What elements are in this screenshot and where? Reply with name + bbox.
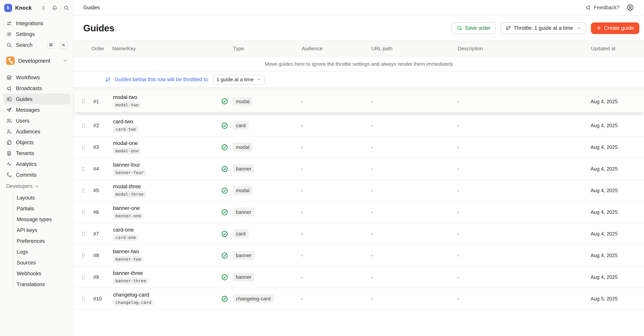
breadcrumb: Guides xyxy=(83,5,100,10)
row-order: #2 xyxy=(91,123,112,128)
table-row[interactable]: #2card-twocard-twocard---Aug 4, 2025 xyxy=(74,115,644,137)
table-row[interactable]: #9banner-threebanner-threebanner---Aug 4… xyxy=(74,266,644,288)
drag-handle-icon[interactable] xyxy=(80,252,86,258)
table-row[interactable]: #4banner-fourbanner-fourbanner---Aug 4, … xyxy=(74,158,644,180)
settings-icon xyxy=(6,31,12,37)
sidebar-item-broadcasts[interactable]: Broadcasts xyxy=(3,83,70,94)
row-order: #6 xyxy=(91,209,112,215)
save-order-button[interactable]: Save order xyxy=(451,22,496,34)
table-row[interactable]: #7card-onecard-onecard---Aug 4, 2025 xyxy=(74,223,644,245)
row-name-key: banner-threebanner-three xyxy=(112,270,216,284)
objects-icon xyxy=(6,139,12,145)
sort-descending-icon xyxy=(105,76,111,83)
drag-handle-icon[interactable] xyxy=(80,274,86,280)
guide-name: banner-three xyxy=(113,270,143,276)
sidebar-item-api-keys[interactable]: API keys xyxy=(14,225,74,235)
row-order: #3 xyxy=(91,144,112,150)
sidebar-item-users[interactable]: Users xyxy=(3,115,70,126)
table-row[interactable]: #6banner-onebanner-onebanner---Aug 4, 20… xyxy=(74,201,644,223)
notifications-bell-icon[interactable] xyxy=(52,5,58,11)
sidebar-item-analytics[interactable]: Analytics xyxy=(3,159,70,169)
sidebar-item-settings[interactable]: Settings xyxy=(3,29,70,39)
sidebar-item-workflows[interactable]: Workflows xyxy=(3,72,70,83)
row-name-key: modal-threemodal-three xyxy=(112,183,216,197)
type-chip: modal xyxy=(233,186,253,195)
sidebar-item-objects[interactable]: Objects xyxy=(3,137,70,148)
row-order: #9 xyxy=(91,274,112,280)
throttle-button-label: Throttle: 1 guide at a time xyxy=(514,25,573,31)
audience-value: - xyxy=(301,231,371,237)
table-row[interactable]: #1modal-twomodal-twomodal---Aug 4, 2025 xyxy=(74,90,644,112)
type-chip: changelog-card xyxy=(233,294,274,303)
guide-name: banner-one xyxy=(113,205,140,211)
sidebar-item-audiences[interactable]: Audiences xyxy=(3,126,70,137)
drag-handle-icon[interactable] xyxy=(80,166,86,172)
sidebar-item-partials[interactable]: Partials xyxy=(14,203,74,214)
url-path-value: - xyxy=(371,187,457,193)
users-icon xyxy=(6,118,12,124)
drag-handle-icon[interactable] xyxy=(80,98,86,104)
commits-icon xyxy=(6,172,12,178)
sidebar-item-search[interactable]: Search⌘K xyxy=(3,39,70,50)
guide-key-chip: banner-one xyxy=(113,212,143,219)
table-row[interactable]: #10changelog-cardchangelog-cardchangelog… xyxy=(74,288,644,310)
sidebar-item-tenants[interactable]: Tenants xyxy=(3,148,70,159)
drag-handle-icon[interactable] xyxy=(80,209,86,215)
sidebar-item-translations[interactable]: Translations xyxy=(14,279,74,290)
sidebar-item-guides[interactable]: Guides xyxy=(3,94,70,104)
drag-handle-icon[interactable] xyxy=(80,296,86,302)
throttle-divider-row: Guides below this row will be throttled … xyxy=(74,72,644,88)
drag-handle-icon[interactable] xyxy=(80,231,86,237)
sidebar-item-logs[interactable]: Logs xyxy=(14,246,74,257)
create-guide-button[interactable]: Create guide xyxy=(591,22,639,34)
url-path-value: - xyxy=(371,296,457,302)
user-avatar[interactable] xyxy=(626,4,634,11)
table-row[interactable]: #3modal-onemodal-onemodal---Aug 4, 2025 xyxy=(74,137,644,158)
row-order: #4 xyxy=(91,166,112,172)
guides-icon xyxy=(6,96,12,102)
description-value: - xyxy=(457,252,590,258)
drag-handle-icon[interactable] xyxy=(80,144,86,150)
guide-name: changelog-card xyxy=(113,292,149,298)
sidebar-item-messages[interactable]: Messages xyxy=(3,104,70,115)
workflows-icon xyxy=(6,74,12,80)
url-path-value: - xyxy=(371,209,457,215)
type-chip: card xyxy=(233,121,249,130)
sidebar-item-preferences[interactable]: Preferences xyxy=(14,235,74,246)
app-window: k Knock IntegrationsSettingsSearch⌘K Dev… xyxy=(0,0,644,336)
tenants-icon xyxy=(6,150,12,156)
messages-icon xyxy=(6,107,12,113)
status-active-check-icon xyxy=(221,187,228,194)
sidebar-item-label: Workflows xyxy=(16,74,68,80)
sidebar-item-message-types[interactable]: Message types xyxy=(14,214,74,225)
environment-switcher[interactable]: Development xyxy=(3,55,70,66)
workspace-switcher-icon[interactable] xyxy=(41,5,46,11)
drag-handle-icon[interactable] xyxy=(80,187,86,193)
table-row[interactable]: #8banner-twobanner-twobanner---Aug 4, 20… xyxy=(74,245,644,266)
guide-name: banner-four xyxy=(113,162,140,168)
row-name-key: card-twocard-two xyxy=(112,119,216,133)
search-icon xyxy=(6,42,12,48)
updated-at-value: Aug 4, 2025 xyxy=(590,166,639,172)
branch-icon xyxy=(6,56,15,65)
column-header-audience: Audience xyxy=(301,46,371,51)
throttle-dropdown-button[interactable]: Throttle: 1 guide at a time xyxy=(500,22,586,34)
feedback-button[interactable]: Feedback? xyxy=(585,5,620,10)
table-row[interactable]: #5modal-threemodal-threemodal---Aug 4, 2… xyxy=(74,180,644,201)
environment-badge xyxy=(6,56,15,65)
quick-search-icon[interactable] xyxy=(63,5,69,11)
sidebar-item-integrations[interactable]: Integrations xyxy=(3,18,70,29)
sidebar-item-sources[interactable]: Sources xyxy=(14,257,74,268)
guide-key-chip: card-two xyxy=(113,126,138,133)
audience-value: - xyxy=(301,166,371,172)
throttle-divider-select[interactable]: 1 guide at a time xyxy=(212,74,265,84)
sidebar-item-layouts[interactable]: Layouts xyxy=(14,192,74,203)
workspace-header: k Knock xyxy=(0,0,74,15)
drag-handle-icon[interactable] xyxy=(80,122,86,129)
developers-section-toggle[interactable]: Developers xyxy=(0,180,74,191)
sidebar-item-commits[interactable]: Commits xyxy=(3,169,70,180)
audience-value: - xyxy=(301,296,371,302)
guide-name: card-one xyxy=(113,227,134,233)
sidebar-item-webhooks[interactable]: Webhooks xyxy=(14,268,74,279)
sidebar-item-label: Messages xyxy=(16,107,68,113)
